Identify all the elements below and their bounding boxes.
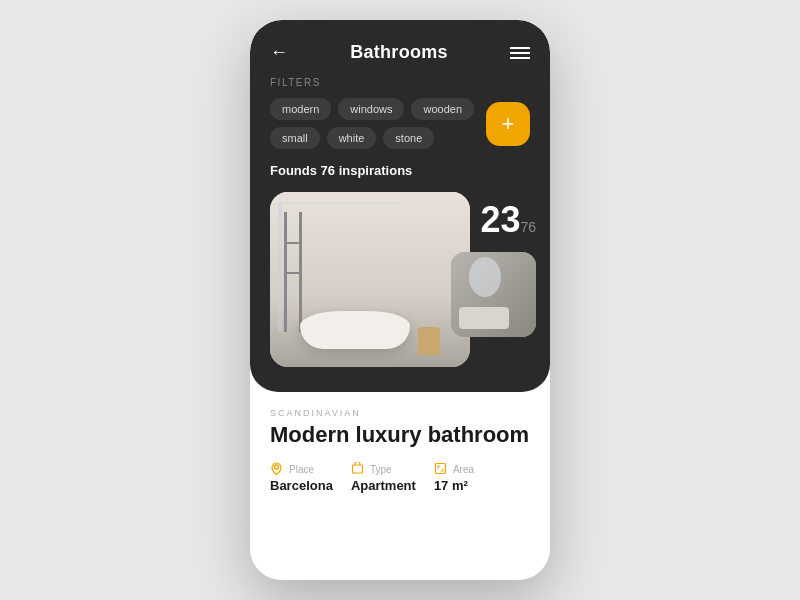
- svg-rect-1: [352, 465, 362, 473]
- filters-row: modern windows wooden small white stone …: [270, 98, 530, 149]
- phone-container: ← Bathrooms FILTERS modern windows woode…: [250, 20, 550, 580]
- tag-stone[interactable]: stone: [383, 127, 434, 149]
- type-icon: [351, 462, 365, 476]
- area-value: 17 m²: [434, 478, 474, 493]
- type-value: Apartment: [351, 478, 416, 493]
- results-count: 76: [321, 163, 335, 178]
- filters-tags-area: modern windows wooden small white stone: [270, 98, 474, 149]
- place-icon: [270, 462, 284, 476]
- place-value: Barcelona: [270, 478, 333, 493]
- main-card[interactable]: [270, 192, 470, 367]
- tag-white[interactable]: white: [327, 127, 377, 149]
- dark-section: ← Bathrooms FILTERS modern windows woode…: [250, 20, 550, 392]
- back-button[interactable]: ←: [270, 42, 288, 63]
- filters-label: FILTERS: [270, 77, 530, 88]
- type-label: Type: [370, 464, 392, 475]
- place-label: Place: [289, 464, 314, 475]
- ladder-decoration: [284, 212, 302, 332]
- mirror-decoration: [469, 257, 501, 297]
- counter-total: 76: [520, 219, 536, 235]
- meta-place: Place Barcelona: [270, 462, 333, 493]
- bathroom-image-2: [451, 252, 536, 337]
- white-section: SCANDINAVIAN Modern luxury bathroom Plac…: [250, 392, 550, 580]
- counter-badge: 2376: [480, 202, 536, 238]
- tag-windows[interactable]: windows: [338, 98, 404, 120]
- area-label: Area: [453, 464, 474, 475]
- secondary-card[interactable]: [451, 252, 536, 337]
- meta-area: Area 17 m²: [434, 462, 474, 493]
- results-text: Founds 76 inspirations: [250, 149, 550, 192]
- tag-wooden[interactable]: wooden: [411, 98, 474, 120]
- filters-section: FILTERS modern windows wooden small whit…: [250, 77, 550, 149]
- sink-decoration: [459, 307, 509, 329]
- bathtub-decoration: [300, 311, 410, 349]
- menu-button[interactable]: [510, 47, 530, 59]
- header: ← Bathrooms: [250, 20, 550, 77]
- add-filter-button[interactable]: +: [486, 102, 530, 146]
- results-prefix: Founds: [270, 163, 321, 178]
- stool-decoration: [418, 327, 440, 355]
- meta-row: Place Barcelona Type Apartment: [270, 462, 530, 493]
- tags-line-2: small white stone: [270, 127, 474, 149]
- svg-rect-2: [435, 464, 445, 474]
- style-tag: SCANDINAVIAN: [270, 408, 530, 418]
- meta-type: Type Apartment: [351, 462, 416, 493]
- tags-line-1: modern windows wooden: [270, 98, 474, 120]
- counter-current: 23: [480, 199, 520, 240]
- tag-small[interactable]: small: [270, 127, 320, 149]
- cards-area: 2376: [250, 192, 550, 372]
- bathroom-image: [270, 192, 470, 367]
- item-title: Modern luxury bathroom: [270, 422, 530, 448]
- tag-modern[interactable]: modern: [270, 98, 331, 120]
- area-icon: [434, 462, 448, 476]
- page-title: Bathrooms: [350, 42, 448, 63]
- svg-point-0: [275, 465, 279, 469]
- results-suffix: inspirations: [335, 163, 412, 178]
